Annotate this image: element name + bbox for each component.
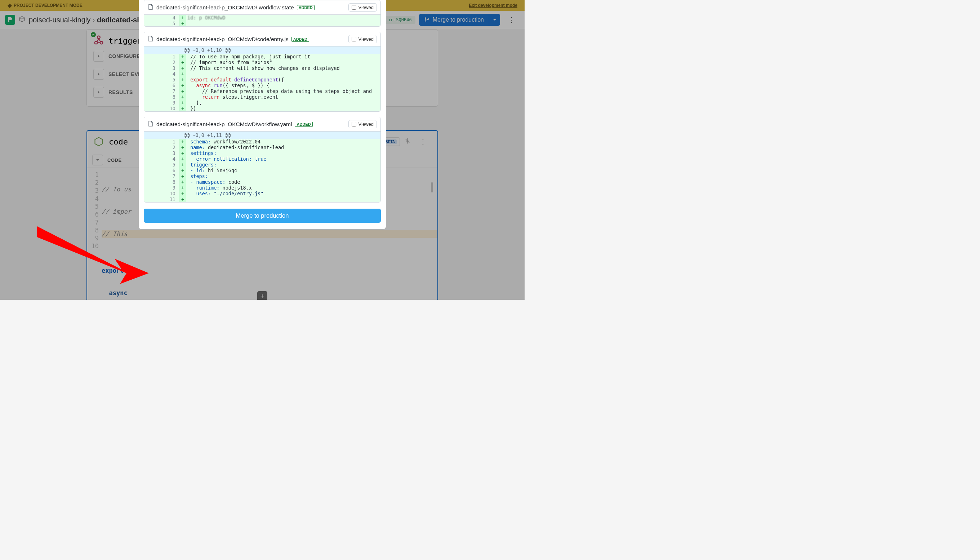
viewed-checkbox[interactable]: Viewed	[348, 3, 377, 12]
diff-file-entry-js: dedicated-significant-lead-p_OKCMdwD/cod…	[144, 32, 381, 112]
file-icon	[148, 4, 153, 11]
added-badge: ADDED	[295, 122, 312, 127]
added-badge: ADDED	[291, 37, 309, 42]
diff-file-workflow-state: dedicated-significant-lead-p_OKCMdwD/.wo…	[144, 0, 381, 27]
file-icon	[148, 36, 153, 43]
viewed-checkbox[interactable]: Viewed	[348, 35, 377, 43]
file-icon	[148, 121, 153, 128]
viewed-checkbox[interactable]: Viewed	[348, 120, 377, 128]
diff-file-workflow-yaml: dedicated-significant-lead-p_OKCMdwD/wor…	[144, 117, 381, 203]
diff-filename: dedicated-significant-lead-p_OKCMdwD/wor…	[156, 121, 292, 128]
diff-filename: dedicated-significant-lead-p_OKCMdwD/.wo…	[156, 4, 294, 11]
hunk-header: @@ -0,0 +1,11 @@	[144, 132, 381, 139]
added-badge: ADDED	[297, 5, 314, 10]
modal-merge-button[interactable]: Merge to production	[144, 208, 381, 223]
diff-filename: dedicated-significant-lead-p_OKCMdwD/cod…	[156, 36, 289, 43]
hunk-header: @@ -0,0 +1,10 @@	[144, 47, 381, 54]
diff-modal: dedicated-significant-lead-p_OKCMdwD/.wo…	[139, 0, 386, 229]
